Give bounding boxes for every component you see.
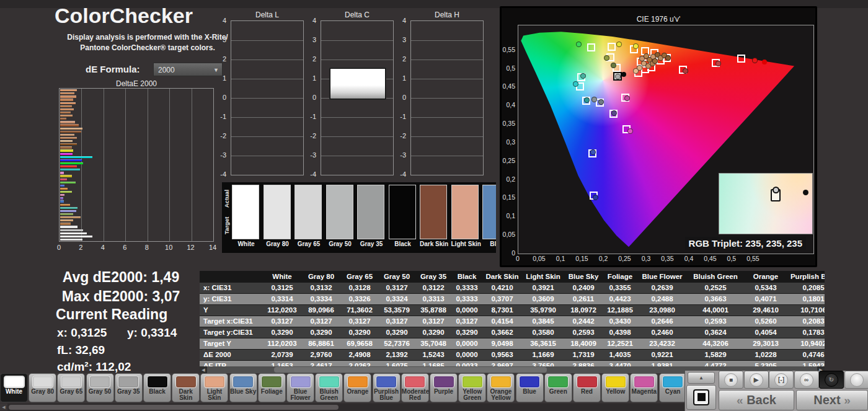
swatch-name: White <box>232 241 260 247</box>
table-cell: 0,3845 <box>522 316 564 327</box>
pattern-button-gray-35[interactable]: Gray 35 <box>115 373 143 402</box>
color-chip <box>4 376 25 388</box>
pattern-button-label: Black <box>144 389 170 395</box>
axis-tick-label: 4 <box>402 17 406 24</box>
axis-tick-label: 2 <box>223 55 226 63</box>
collapse-panel-button[interactable]: ▲ <box>688 372 715 384</box>
axis-tick-label: -3 <box>220 151 226 159</box>
table-cell: 0,4154 <box>482 316 522 327</box>
swatch-black: Black <box>389 185 417 247</box>
pattern-button-light-skin[interactable]: Light Skin <box>200 373 228 402</box>
deltae-bar <box>60 207 78 209</box>
stop-button[interactable]: ■ <box>719 371 743 389</box>
scroll-left-icon[interactable]: ◀ <box>200 366 207 373</box>
color-chip <box>175 376 197 388</box>
deltae-bar <box>60 213 73 215</box>
table-cell: 1,1685 <box>415 361 451 366</box>
table-cell: 0,3624 <box>687 327 744 338</box>
pattern-button-blue-sky[interactable]: Blue Sky <box>229 373 257 402</box>
pattern-button-label: Purplish Blue <box>373 389 400 401</box>
axis-tick-label: 0 <box>223 94 226 101</box>
table-cell: 1,4035 <box>603 350 637 360</box>
axis-tick-label: 3 <box>223 36 226 43</box>
cie-1976-chart: RGB Triplet: 235, 235, 235 <box>518 25 814 254</box>
pattern-button-dark-skin[interactable]: Dark Skin <box>172 373 200 402</box>
row-label: x: CIE31 <box>200 283 263 293</box>
axis-tick-label: -3 <box>310 151 316 159</box>
axis-tick-label: 1 <box>312 74 316 82</box>
swatch-color <box>357 185 384 239</box>
axis-tick-label: 12 <box>184 244 198 251</box>
loop-button[interactable]: ∞ <box>794 371 819 389</box>
next-button[interactable]: Next » <box>796 390 868 410</box>
deltae-bar <box>60 149 73 151</box>
pattern-window-button[interactable] <box>686 385 716 410</box>
gridline <box>411 60 483 60</box>
play-button[interactable]: ▶ <box>744 371 769 389</box>
delta-l-y-axis: 43210-1-2-3-4 <box>213 20 228 175</box>
pattern-button-orange-yellow[interactable]: Orange Yellow <box>487 373 515 402</box>
pattern-button-bluish-green[interactable]: Bluish Green <box>315 373 343 402</box>
pattern-button-yellow[interactable]: Yellow <box>601 373 629 402</box>
table-cell: 0,4746 <box>787 350 825 360</box>
pattern-button-foliage[interactable]: Foliage <box>258 373 286 402</box>
table-cell: 23,0980 <box>637 305 687 316</box>
axis-tick-label: 0 <box>508 255 527 262</box>
table-scrollbar-thumb[interactable] <box>274 367 547 373</box>
back-button[interactable]: « Back <box>719 390 794 410</box>
pattern-button-yellow-green[interactable]: Yellow Green <box>458 373 486 402</box>
table-cell: 0,1783 <box>787 327 825 338</box>
table-cell: 0,2525 <box>687 283 744 293</box>
pattern-button-purple[interactable]: Purple <box>430 373 458 402</box>
deltae-bar <box>60 239 82 241</box>
axis-tick-label: 0,5 <box>506 64 515 72</box>
toolbar-scrollbar-thumb[interactable] <box>9 405 339 410</box>
pattern-button-blue-flower[interactable]: Blue Flower <box>286 373 314 402</box>
color-chip <box>261 376 282 388</box>
cie-diagram-panel: CIE 1976 u'v' RGB Triplet: 235, 235, 235… <box>500 6 817 267</box>
table-cell: 23,4232 <box>637 338 687 349</box>
pattern-button-magenta[interactable]: Magenta <box>630 373 658 402</box>
pattern-button-orange[interactable]: Orange <box>343 373 371 402</box>
current-x-readout: x: 0,3125 <box>57 326 107 340</box>
axis-tick-label: 4 <box>312 17 316 24</box>
measured-point <box>652 58 658 64</box>
table-cell: 0,3707 <box>482 294 522 304</box>
table-cell: 1,0228 <box>744 350 787 360</box>
pattern-button-gray-65[interactable]: Gray 65 <box>57 373 85 402</box>
deltae-bar <box>60 197 63 199</box>
swatch-color <box>326 185 353 239</box>
deltae-bar <box>60 162 83 164</box>
measurement-cursor-icon <box>771 189 781 201</box>
loop-icon: ∞ <box>800 373 813 387</box>
pattern-button-gray-50[interactable]: Gray 50 <box>86 373 114 402</box>
pattern-button-black[interactable]: Black <box>143 373 171 402</box>
refresh-button[interactable]: ↻ <box>819 371 844 389</box>
table-cell: 0,1801 <box>787 294 825 304</box>
pattern-button-moderate-red[interactable]: Moderate Red <box>401 373 429 402</box>
pattern-button-gray-80[interactable]: Gray 80 <box>29 373 56 402</box>
deltae-bar <box>60 89 77 91</box>
measured-point <box>584 97 590 103</box>
pattern-button-blue[interactable]: Blue <box>516 373 544 402</box>
pattern-button-cyan[interactable]: Cyan <box>659 373 687 402</box>
de-formula-select[interactable]: 2000 ▼ <box>153 63 223 76</box>
table-cell: 0,5260 <box>744 316 787 327</box>
cie-chart-title: CIE 1976 u'v' <box>502 15 815 24</box>
deltae-chart-title: DeltaE 2000 <box>59 79 214 88</box>
single-pattern-button[interactable]: [-] <box>769 371 794 389</box>
next-chevron-icon: » <box>844 394 851 407</box>
gridline <box>411 156 483 156</box>
pattern-button-green[interactable]: Green <box>544 373 572 402</box>
deltae-bar <box>60 219 73 221</box>
table-cell: 0,3663 <box>687 294 744 304</box>
record-button[interactable] <box>844 371 868 389</box>
toolbar-scroll-left-icon[interactable]: ◀ <box>0 404 7 410</box>
pattern-button-red[interactable]: Red <box>573 373 601 402</box>
deltae-x-axis: 02468101214 <box>59 244 214 252</box>
table-cell: 0,3333 <box>451 294 482 304</box>
pattern-button-purplish-blue[interactable]: Purplish Blue <box>373 373 401 402</box>
swatch-white: White <box>232 185 260 247</box>
pattern-button-white[interactable]: White <box>0 373 28 402</box>
measured-point <box>591 97 597 102</box>
